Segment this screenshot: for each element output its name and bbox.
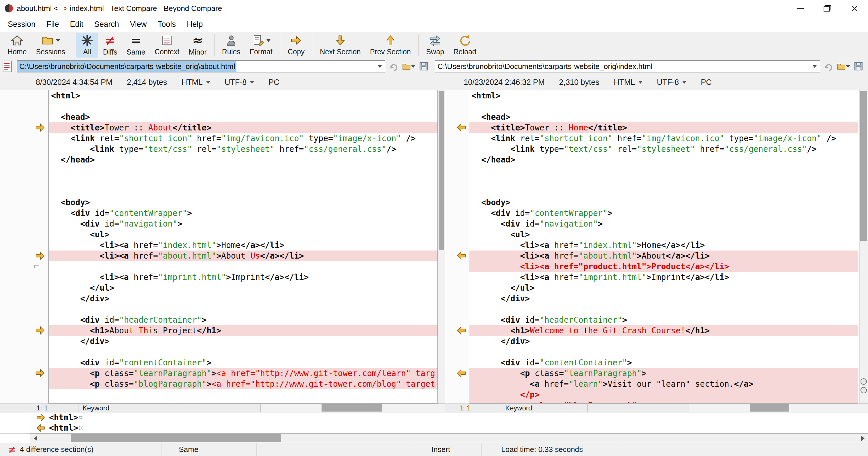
right-code-line-24[interactable]: </div> xyxy=(469,336,858,347)
toolbar-format[interactable]: Format xyxy=(245,33,277,57)
right-code-line-14[interactable]: <ul> xyxy=(469,229,858,240)
right-code-line-17[interactable]: <li><a href="product.html">Product</a></… xyxy=(469,261,858,272)
right-code-line-13[interactable]: <div id="navigation"> xyxy=(469,219,858,229)
left-code-line-17[interactable] xyxy=(49,261,437,272)
left-browse-folder-icon[interactable] xyxy=(402,60,415,73)
left-code-line-3[interactable]: <head> xyxy=(49,112,437,122)
right-code-line-9[interactable] xyxy=(469,176,858,187)
right-save-icon[interactable] xyxy=(852,60,865,73)
left-gutter-row-27[interactable] xyxy=(32,368,49,378)
toolbar-same[interactable]: =Same xyxy=(122,33,150,57)
left-code-line-26[interactable]: <div id="contentContainer"> xyxy=(49,357,437,368)
right-code-line-5[interactable]: <link rel="shortcut icon" href="img/favi… xyxy=(469,133,858,144)
scroll-right-button[interactable] xyxy=(858,434,868,443)
left-save-icon[interactable] xyxy=(417,60,430,73)
left-gutter-row-23[interactable] xyxy=(32,325,49,336)
right-vscroll-thumb[interactable] xyxy=(860,91,867,241)
bottom-hscroll-thumb[interactable] xyxy=(71,434,281,442)
right-gutter-row-16[interactable] xyxy=(454,250,469,261)
scroll-left-button[interactable] xyxy=(30,434,41,443)
left-code-line-14[interactable]: <ul> xyxy=(49,229,437,240)
left-code-line-23[interactable]: <h1>About This Project</h1> xyxy=(49,325,437,336)
left-code-line-15[interactable]: <li><a href="index.html">Home</a></li> xyxy=(49,240,437,251)
right-vscrollbar[interactable] xyxy=(859,90,868,403)
toolbar-diffs[interactable]: ≠Diffs xyxy=(98,33,122,57)
left-code-line-4[interactable]: <title>Tower :: About</title> xyxy=(49,122,437,133)
left-format-select[interactable]: HTML xyxy=(181,78,210,87)
toolbar-context[interactable]: Context xyxy=(150,33,184,57)
restore-button[interactable] xyxy=(814,0,841,17)
left-path-input[interactable]: C:\Users\brunobrito\Documents\carparts-w… xyxy=(17,60,385,73)
left-code-line-5[interactable]: <link rel="shortcut icon" href="img/favi… xyxy=(49,133,437,144)
menu-file[interactable]: File xyxy=(41,17,65,32)
bottom-hscrollbar[interactable] xyxy=(30,433,868,443)
right-code[interactable]: <html> <head> <title>Tower :: Home</titl… xyxy=(469,90,858,403)
right-code-line-19[interactable]: </ul> xyxy=(469,283,858,293)
left-code-line-19[interactable]: </ul> xyxy=(49,283,437,293)
left-code-line-2[interactable] xyxy=(49,101,437,112)
right-hscrollbar[interactable] xyxy=(689,404,868,412)
right-path-dropdown-icon[interactable] xyxy=(809,61,820,72)
menu-view[interactable]: View xyxy=(125,17,152,32)
right-code-line-7[interactable]: </head> xyxy=(469,154,858,165)
right-code-line-20[interactable]: </div> xyxy=(469,293,858,304)
left-code-line-9[interactable] xyxy=(49,176,437,187)
right-encoding-select[interactable]: UTF-8 xyxy=(657,78,687,87)
left-vscrollbar[interactable] xyxy=(438,90,445,403)
left-hscrollbar[interactable] xyxy=(261,404,445,412)
left-code-line-6[interactable]: <link type="text/css" rel="stylesheet" h… xyxy=(49,144,437,154)
left-code-line-27[interactable]: <p class="learnParagraph"><a href="http:… xyxy=(49,368,437,379)
right-gutter-row-23[interactable] xyxy=(454,325,469,336)
right-path-input[interactable]: C:\Users\brunobrito\Documents\carparts-w… xyxy=(435,60,820,73)
right-code-line-16[interactable]: <li><a href="about.html">About</a></li> xyxy=(469,251,858,261)
menu-search[interactable]: Search xyxy=(89,17,125,32)
toolbar-minor[interactable]: ≈Minor xyxy=(184,33,211,57)
left-gutter-row-16[interactable] xyxy=(32,250,49,261)
right-browse-folder-icon[interactable] xyxy=(837,60,850,73)
toolbar-all[interactable]: All xyxy=(76,33,98,57)
dropdown-caret-icon[interactable] xyxy=(56,39,60,42)
right-gutter-row-27[interactable] xyxy=(454,368,469,378)
right-code-line-12[interactable]: <div id="contentWrapper"> xyxy=(469,208,858,219)
right-code-line-23[interactable]: <h1>Welcome to the Git Crash Course!</h1… xyxy=(469,325,858,336)
left-code-line-21[interactable] xyxy=(49,304,437,315)
left-path-dropdown-icon[interactable] xyxy=(375,61,385,72)
right-code-line-15[interactable]: <li><a href="index.html">Home</a></li> xyxy=(469,240,858,251)
right-code-line-1[interactable]: <html> xyxy=(469,90,858,101)
left-code-line-22[interactable]: <div id="headerContainer"> xyxy=(49,315,437,325)
left-code-line-12[interactable]: <div id="contentWrapper"> xyxy=(49,208,437,219)
right-code-line-25[interactable] xyxy=(469,347,858,357)
right-revert-icon[interactable] xyxy=(822,60,835,73)
right-code-line-26[interactable]: <div id="contentContainer"> xyxy=(469,357,858,368)
left-code[interactable]: <html> <head> <title>Tower :: About</tit… xyxy=(49,90,438,403)
left-code-line-18[interactable]: <li><a href="imprint.html">Imprint</a></… xyxy=(49,272,437,283)
right-format-select[interactable]: HTML xyxy=(614,78,643,87)
toolbar-reload[interactable]: Reload xyxy=(449,33,481,57)
menu-session[interactable]: Session xyxy=(2,17,41,32)
left-browse-caret-icon[interactable] xyxy=(411,65,415,68)
right-gutter-row-4[interactable] xyxy=(454,122,469,133)
right-code-line-21[interactable] xyxy=(469,304,858,315)
right-code-line-10[interactable] xyxy=(469,187,858,197)
left-encoding-select[interactable]: UTF-8 xyxy=(225,78,254,87)
right-code-line-2[interactable] xyxy=(469,101,858,112)
menu-tools[interactable]: Tools xyxy=(152,17,181,32)
left-code-line-8[interactable] xyxy=(49,165,437,176)
left-code-line-7[interactable]: </head> xyxy=(49,154,437,165)
toolbar-prev-section[interactable]: Prev Section xyxy=(365,33,415,57)
right-hscroll-thumb[interactable] xyxy=(750,404,789,411)
right-browse-caret-icon[interactable] xyxy=(846,65,850,68)
left-code-line-25[interactable] xyxy=(49,347,437,357)
minimize-button[interactable] xyxy=(787,0,814,17)
left-code-line-28[interactable]: <p class="blogParagraph"><a href="http:/… xyxy=(49,379,437,389)
left-gutter-row-4[interactable] xyxy=(32,122,49,133)
menu-help[interactable]: Help xyxy=(181,17,209,32)
left-vscroll-thumb[interactable] xyxy=(439,91,444,250)
left-code-line-1[interactable]: <html> xyxy=(49,90,437,101)
toolbar-copy[interactable]: Copy xyxy=(283,33,309,57)
right-code-line-6[interactable]: <link type="text/css" rel="stylesheet" h… xyxy=(469,144,858,154)
right-code-line-28[interactable]: <a href="learn">Visit our "learn" sectio… xyxy=(469,379,858,389)
scroll-lock-icon[interactable] xyxy=(861,378,867,385)
toolbar-sessions[interactable]: Sessions xyxy=(31,33,70,57)
left-code-line-11[interactable]: <body> xyxy=(49,197,437,208)
